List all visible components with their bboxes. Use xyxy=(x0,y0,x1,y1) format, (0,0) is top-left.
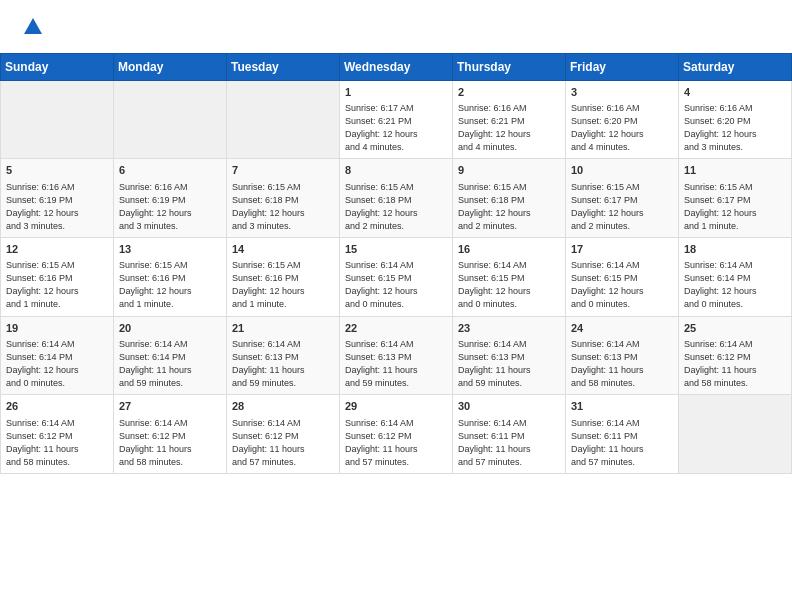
day-info: Sunrise: 6:16 AM Sunset: 6:20 PM Dayligh… xyxy=(571,102,673,154)
calendar-cell xyxy=(227,80,340,159)
calendar-cell: 4Sunrise: 6:16 AM Sunset: 6:20 PM Daylig… xyxy=(679,80,792,159)
day-info: Sunrise: 6:14 AM Sunset: 6:13 PM Dayligh… xyxy=(571,338,673,390)
svg-marker-0 xyxy=(24,18,42,34)
day-info: Sunrise: 6:14 AM Sunset: 6:13 PM Dayligh… xyxy=(232,338,334,390)
day-number: 19 xyxy=(6,321,108,336)
calendar-cell: 28Sunrise: 6:14 AM Sunset: 6:12 PM Dayli… xyxy=(227,395,340,474)
calendar-cell: 3Sunrise: 6:16 AM Sunset: 6:20 PM Daylig… xyxy=(566,80,679,159)
calendar-cell: 9Sunrise: 6:15 AM Sunset: 6:18 PM Daylig… xyxy=(453,159,566,238)
day-number: 17 xyxy=(571,242,673,257)
day-number: 18 xyxy=(684,242,786,257)
calendar-cell: 26Sunrise: 6:14 AM Sunset: 6:12 PM Dayli… xyxy=(1,395,114,474)
day-number: 8 xyxy=(345,163,447,178)
day-info: Sunrise: 6:15 AM Sunset: 6:17 PM Dayligh… xyxy=(571,181,673,233)
day-number: 24 xyxy=(571,321,673,336)
calendar-cell xyxy=(114,80,227,159)
day-number: 21 xyxy=(232,321,334,336)
day-number: 12 xyxy=(6,242,108,257)
calendar-week-row: 12Sunrise: 6:15 AM Sunset: 6:16 PM Dayli… xyxy=(1,237,792,316)
calendar-cell: 1Sunrise: 6:17 AM Sunset: 6:21 PM Daylig… xyxy=(340,80,453,159)
day-number: 11 xyxy=(684,163,786,178)
day-number: 13 xyxy=(119,242,221,257)
logo-icon xyxy=(22,16,44,38)
day-info: Sunrise: 6:14 AM Sunset: 6:15 PM Dayligh… xyxy=(458,259,560,311)
calendar-header-row: SundayMondayTuesdayWednesdayThursdayFrid… xyxy=(1,53,792,80)
day-number: 27 xyxy=(119,399,221,414)
calendar-cell: 31Sunrise: 6:14 AM Sunset: 6:11 PM Dayli… xyxy=(566,395,679,474)
calendar-week-row: 5Sunrise: 6:16 AM Sunset: 6:19 PM Daylig… xyxy=(1,159,792,238)
weekday-header: Tuesday xyxy=(227,53,340,80)
calendar-cell: 19Sunrise: 6:14 AM Sunset: 6:14 PM Dayli… xyxy=(1,316,114,395)
weekday-header: Thursday xyxy=(453,53,566,80)
calendar-cell: 24Sunrise: 6:14 AM Sunset: 6:13 PM Dayli… xyxy=(566,316,679,395)
day-number: 7 xyxy=(232,163,334,178)
day-number: 22 xyxy=(345,321,447,336)
weekday-header: Friday xyxy=(566,53,679,80)
calendar-cell: 23Sunrise: 6:14 AM Sunset: 6:13 PM Dayli… xyxy=(453,316,566,395)
calendar-cell: 25Sunrise: 6:14 AM Sunset: 6:12 PM Dayli… xyxy=(679,316,792,395)
calendar-page: SundayMondayTuesdayWednesdayThursdayFrid… xyxy=(0,0,792,612)
calendar-week-row: 26Sunrise: 6:14 AM Sunset: 6:12 PM Dayli… xyxy=(1,395,792,474)
day-number: 30 xyxy=(458,399,560,414)
calendar-cell: 20Sunrise: 6:14 AM Sunset: 6:14 PM Dayli… xyxy=(114,316,227,395)
day-number: 5 xyxy=(6,163,108,178)
day-info: Sunrise: 6:14 AM Sunset: 6:12 PM Dayligh… xyxy=(119,417,221,469)
day-info: Sunrise: 6:17 AM Sunset: 6:21 PM Dayligh… xyxy=(345,102,447,154)
weekday-header: Sunday xyxy=(1,53,114,80)
calendar-cell: 12Sunrise: 6:15 AM Sunset: 6:16 PM Dayli… xyxy=(1,237,114,316)
day-info: Sunrise: 6:14 AM Sunset: 6:14 PM Dayligh… xyxy=(684,259,786,311)
day-info: Sunrise: 6:14 AM Sunset: 6:15 PM Dayligh… xyxy=(571,259,673,311)
header xyxy=(0,0,792,53)
day-info: Sunrise: 6:16 AM Sunset: 6:19 PM Dayligh… xyxy=(119,181,221,233)
day-info: Sunrise: 6:15 AM Sunset: 6:18 PM Dayligh… xyxy=(345,181,447,233)
calendar-cell: 8Sunrise: 6:15 AM Sunset: 6:18 PM Daylig… xyxy=(340,159,453,238)
day-info: Sunrise: 6:16 AM Sunset: 6:21 PM Dayligh… xyxy=(458,102,560,154)
calendar-cell: 16Sunrise: 6:14 AM Sunset: 6:15 PM Dayli… xyxy=(453,237,566,316)
calendar-cell: 21Sunrise: 6:14 AM Sunset: 6:13 PM Dayli… xyxy=(227,316,340,395)
day-number: 26 xyxy=(6,399,108,414)
calendar-cell: 11Sunrise: 6:15 AM Sunset: 6:17 PM Dayli… xyxy=(679,159,792,238)
day-number: 10 xyxy=(571,163,673,178)
weekday-header: Saturday xyxy=(679,53,792,80)
day-number: 31 xyxy=(571,399,673,414)
calendar-cell: 14Sunrise: 6:15 AM Sunset: 6:16 PM Dayli… xyxy=(227,237,340,316)
day-info: Sunrise: 6:14 AM Sunset: 6:13 PM Dayligh… xyxy=(458,338,560,390)
day-info: Sunrise: 6:14 AM Sunset: 6:12 PM Dayligh… xyxy=(232,417,334,469)
day-number: 16 xyxy=(458,242,560,257)
calendar-cell: 10Sunrise: 6:15 AM Sunset: 6:17 PM Dayli… xyxy=(566,159,679,238)
day-number: 3 xyxy=(571,85,673,100)
weekday-header: Monday xyxy=(114,53,227,80)
day-number: 23 xyxy=(458,321,560,336)
day-info: Sunrise: 6:15 AM Sunset: 6:16 PM Dayligh… xyxy=(119,259,221,311)
day-info: Sunrise: 6:16 AM Sunset: 6:20 PM Dayligh… xyxy=(684,102,786,154)
day-number: 20 xyxy=(119,321,221,336)
day-info: Sunrise: 6:16 AM Sunset: 6:19 PM Dayligh… xyxy=(6,181,108,233)
day-number: 28 xyxy=(232,399,334,414)
calendar-week-row: 19Sunrise: 6:14 AM Sunset: 6:14 PM Dayli… xyxy=(1,316,792,395)
calendar-cell: 15Sunrise: 6:14 AM Sunset: 6:15 PM Dayli… xyxy=(340,237,453,316)
day-number: 29 xyxy=(345,399,447,414)
day-info: Sunrise: 6:15 AM Sunset: 6:18 PM Dayligh… xyxy=(458,181,560,233)
calendar-cell: 5Sunrise: 6:16 AM Sunset: 6:19 PM Daylig… xyxy=(1,159,114,238)
day-info: Sunrise: 6:14 AM Sunset: 6:12 PM Dayligh… xyxy=(6,417,108,469)
day-info: Sunrise: 6:14 AM Sunset: 6:12 PM Dayligh… xyxy=(684,338,786,390)
day-number: 6 xyxy=(119,163,221,178)
day-number: 4 xyxy=(684,85,786,100)
day-number: 14 xyxy=(232,242,334,257)
calendar-cell: 7Sunrise: 6:15 AM Sunset: 6:18 PM Daylig… xyxy=(227,159,340,238)
day-number: 2 xyxy=(458,85,560,100)
day-info: Sunrise: 6:14 AM Sunset: 6:14 PM Dayligh… xyxy=(119,338,221,390)
calendar-cell: 6Sunrise: 6:16 AM Sunset: 6:19 PM Daylig… xyxy=(114,159,227,238)
weekday-header: Wednesday xyxy=(340,53,453,80)
day-number: 15 xyxy=(345,242,447,257)
day-info: Sunrise: 6:15 AM Sunset: 6:17 PM Dayligh… xyxy=(684,181,786,233)
day-number: 9 xyxy=(458,163,560,178)
calendar-cell: 30Sunrise: 6:14 AM Sunset: 6:11 PM Dayli… xyxy=(453,395,566,474)
calendar-week-row: 1Sunrise: 6:17 AM Sunset: 6:21 PM Daylig… xyxy=(1,80,792,159)
calendar-cell: 17Sunrise: 6:14 AM Sunset: 6:15 PM Dayli… xyxy=(566,237,679,316)
day-number: 1 xyxy=(345,85,447,100)
day-info: Sunrise: 6:14 AM Sunset: 6:15 PM Dayligh… xyxy=(345,259,447,311)
day-info: Sunrise: 6:15 AM Sunset: 6:18 PM Dayligh… xyxy=(232,181,334,233)
calendar-cell: 13Sunrise: 6:15 AM Sunset: 6:16 PM Dayli… xyxy=(114,237,227,316)
calendar-table: SundayMondayTuesdayWednesdayThursdayFrid… xyxy=(0,53,792,474)
